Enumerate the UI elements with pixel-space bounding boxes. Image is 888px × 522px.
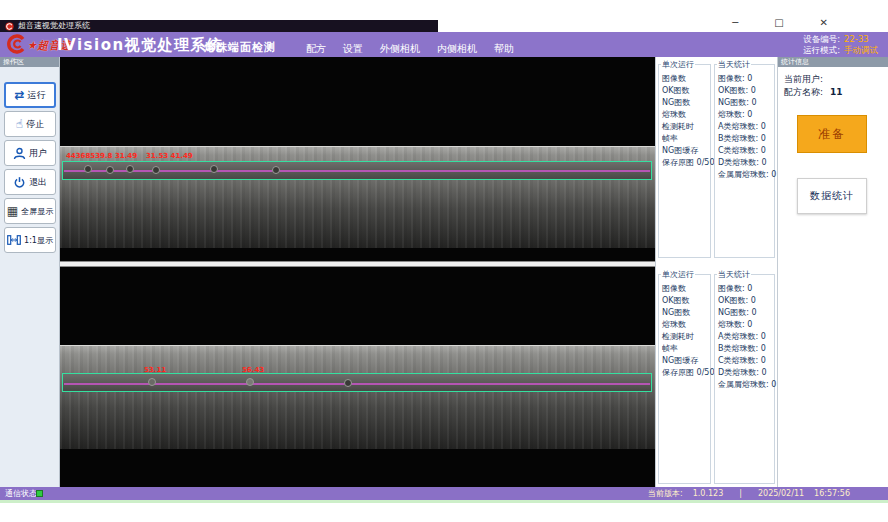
app-window: 超音速视觉处理系统 ─ □ ✕ ★超音速 IVision视觉处理系统 熔珠端面检… bbox=[0, 0, 888, 522]
stat-item: 帧率 bbox=[662, 343, 710, 355]
stat-item: OK图数 bbox=[662, 85, 710, 97]
stat-item: OK图数: 0 bbox=[718, 85, 774, 97]
bead-blob bbox=[152, 166, 160, 174]
run-mode-label: 运行模式: bbox=[803, 45, 840, 55]
stat-item: 熔珠数 bbox=[662, 109, 710, 121]
stat-item: 金属屑熔珠数: 0 bbox=[718, 379, 774, 391]
page-subtitle: 熔珠端面检测 bbox=[204, 40, 276, 55]
window-bottom-edge bbox=[0, 500, 888, 503]
version-info: 当前版本: 1.0.123 | 2025/02/11 16:57:56 bbox=[648, 487, 850, 500]
stat-item: 图像数: 0 bbox=[718, 73, 774, 85]
stat-item: OK图数 bbox=[662, 295, 710, 307]
close-icon[interactable]: ✕ bbox=[820, 14, 828, 32]
status-time: 16:57:56 bbox=[814, 487, 850, 500]
stats-panel-inner: 单次运行 图像数 OK图数 NG图数 熔珠数 检测耗时 帧率 NG图缓存 保存原… bbox=[656, 267, 777, 487]
measurement-annotation: 31.53 41.49 bbox=[146, 152, 193, 160]
stat-item: 图像数 bbox=[662, 283, 710, 295]
desktop-title-strip: 超音速视觉处理系统 bbox=[0, 20, 438, 32]
stat-item: 熔珠数: 0 bbox=[718, 319, 774, 331]
status-date: 2025/02/11 bbox=[758, 487, 804, 500]
device-info: 设备编号:22-33 运行模式:手动调试 bbox=[803, 34, 878, 56]
data-statistics-button[interactable]: 数据统计 bbox=[797, 178, 867, 214]
stat-item: 金属屑熔珠数: 0 bbox=[718, 169, 774, 181]
version-label: 当前版本: bbox=[648, 487, 683, 500]
stat-item: NG图数: 0 bbox=[718, 307, 774, 319]
exit-button[interactable]: 退出 bbox=[4, 169, 56, 195]
prepare-button[interactable]: 准备 bbox=[797, 115, 867, 153]
one-to-one-button-label: 1:1显示 bbox=[24, 235, 53, 246]
window-controls: ─ □ ✕ bbox=[732, 14, 828, 32]
device-number-value: 22-33 bbox=[844, 34, 869, 44]
user-button[interactable]: 用户 bbox=[4, 140, 56, 166]
status-bar: 通信状态: 当前版本: 1.0.123 | 2025/02/11 16:57:5… bbox=[0, 487, 888, 500]
current-user-label: 当前用户: bbox=[784, 74, 823, 84]
stat-item: 帧率 bbox=[662, 133, 710, 145]
one-to-one-icon bbox=[7, 235, 21, 245]
bead-blob bbox=[148, 378, 156, 386]
stat-item: C类熔珠数: 0 bbox=[718, 355, 774, 367]
desktop-title: 超音速视觉处理系统 bbox=[18, 20, 90, 32]
fullscreen-button[interactable]: ▦ 全屏显示 bbox=[4, 198, 56, 224]
menu-inner-camera[interactable]: 内侧相机 bbox=[437, 42, 477, 56]
run-button[interactable]: ⇄ 运行 bbox=[4, 82, 56, 108]
menu-outer-camera[interactable]: 外侧相机 bbox=[380, 42, 420, 56]
stat-item: NG图数 bbox=[662, 307, 710, 319]
info-panel-title: 统计信息 bbox=[778, 57, 888, 67]
user-icon bbox=[13, 147, 26, 160]
recipe-name-row: 配方名称: 11 bbox=[784, 86, 842, 99]
recipe-name-value: 11 bbox=[830, 87, 843, 97]
stop-button[interactable]: ☝ 停止 bbox=[4, 111, 56, 137]
exit-button-label: 退出 bbox=[29, 176, 47, 189]
run-cycle-icon: ⇄ bbox=[14, 89, 24, 101]
stat-item: 保存原图 0/500 bbox=[662, 157, 710, 169]
fullscreen-grid-icon: ▦ bbox=[7, 205, 18, 217]
menubar: 配方 设置 外侧相机 内侧相机 帮助 bbox=[306, 42, 514, 56]
stat-item: A类熔珠数: 0 bbox=[718, 331, 774, 343]
measurement-annotation: 56.43 bbox=[242, 366, 264, 374]
stat-item: 图像数 bbox=[662, 73, 710, 85]
stat-item: NG图缓存 bbox=[662, 145, 710, 157]
current-user-row: 当前用户: bbox=[784, 73, 823, 86]
stat-item: 图像数: 0 bbox=[718, 283, 774, 295]
stat-item: D类熔珠数: 0 bbox=[718, 157, 774, 169]
minimize-icon[interactable]: ─ bbox=[732, 14, 738, 32]
bead-blob bbox=[126, 165, 134, 173]
stats-panel-outer: 单次运行 图像数 OK图数 NG图数 熔珠数 检测耗时 帧率 NG图缓存 保存原… bbox=[656, 57, 777, 261]
separator: | bbox=[739, 487, 742, 500]
stat-item: NG图数: 0 bbox=[718, 97, 774, 109]
stat-item: 熔珠数: 0 bbox=[718, 109, 774, 121]
menu-settings[interactable]: 设置 bbox=[343, 42, 363, 56]
metal-strip bbox=[60, 345, 655, 449]
one-to-one-button[interactable]: 1:1显示 bbox=[4, 227, 56, 253]
stat-item: C类熔珠数: 0 bbox=[718, 145, 774, 157]
comm-status-led bbox=[36, 490, 43, 497]
camera-view-inner[interactable]: 53.11 56.43 bbox=[60, 267, 655, 487]
bead-blob bbox=[210, 165, 218, 173]
hand-stop-icon: ☝ bbox=[16, 118, 23, 130]
stat-item: B类熔珠数: 0 bbox=[718, 343, 774, 355]
app-logo-icon bbox=[5, 22, 14, 31]
stat-item: 检测耗时 bbox=[662, 121, 710, 133]
app-header: ★超音速 IVision视觉处理系统 熔珠端面检测 配方 设置 外侧相机 内侧相… bbox=[0, 32, 888, 57]
menu-recipe[interactable]: 配方 bbox=[306, 42, 326, 56]
camera-image-area: 44368539.8 31.49 31.53 41.49 53.11 56.43 bbox=[60, 57, 655, 487]
stat-item: OK图数: 0 bbox=[718, 295, 774, 307]
single-run-title: 单次运行 bbox=[661, 269, 695, 280]
fullscreen-button-label: 全屏显示 bbox=[21, 206, 53, 217]
stat-item: NG图数 bbox=[662, 97, 710, 109]
stat-item: 保存原图 0/500 bbox=[662, 367, 710, 379]
operation-sidebar: 操作区 ⇄ 运行 ☝ 停止 用户 退出 ▦ 全屏显示 bbox=[0, 57, 60, 487]
page-title: IVision视觉处理系统 bbox=[57, 36, 224, 55]
maximize-icon[interactable]: □ bbox=[774, 14, 783, 32]
power-icon bbox=[13, 176, 26, 189]
daily-stats-group: 当天统计 图像数: 0 OK图数: 0 NG图数: 0 熔珠数: 0 A类熔珠数… bbox=[714, 274, 775, 484]
recipe-name-label: 配方名称: bbox=[784, 87, 823, 97]
bead-blob bbox=[106, 166, 114, 174]
measurement-annotation: 44368539.8 31.49 bbox=[66, 152, 137, 160]
daily-stats-title: 当天统计 bbox=[717, 59, 751, 70]
run-mode-value: 手动调试 bbox=[844, 45, 878, 55]
stat-item: 检测耗时 bbox=[662, 331, 710, 343]
stat-item: B类熔珠数: 0 bbox=[718, 133, 774, 145]
camera-view-outer[interactable]: 44368539.8 31.49 31.53 41.49 bbox=[60, 57, 655, 261]
menu-help[interactable]: 帮助 bbox=[494, 42, 514, 56]
